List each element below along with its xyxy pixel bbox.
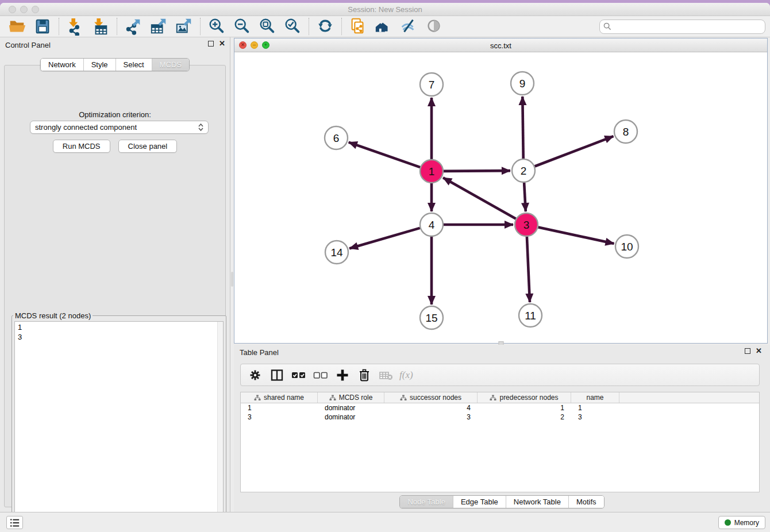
close-panel-icon[interactable]: ✕	[219, 41, 225, 47]
tab-select[interactable]: Select	[116, 59, 152, 71]
column-header-MCDS-role[interactable]: MCDS role	[318, 392, 384, 403]
zoom-selected-icon[interactable]	[280, 16, 305, 37]
mcds-panel: Optimization criterion: strongly connect…	[4, 65, 226, 507]
import-network-icon[interactable]	[63, 16, 88, 37]
edge-2-3[interactable]	[524, 183, 526, 211]
edge-1-6[interactable]	[349, 142, 420, 167]
close-table-panel-icon[interactable]: ✕	[756, 348, 762, 354]
float-panel-icon[interactable]	[208, 41, 214, 47]
tab-network[interactable]: Network	[41, 59, 83, 71]
table-row-1[interactable]: 1dominator411	[241, 403, 759, 413]
table-panel: Table Panel ✕ f(x) shared nameMCDS roles…	[234, 345, 770, 512]
network-view-titlebar[interactable]: ✕ – + scc.txt	[234, 38, 767, 52]
zoom-in-icon[interactable]	[204, 16, 229, 37]
close-panel-button[interactable]: Close panel	[118, 140, 178, 153]
node-10[interactable]: 10	[615, 235, 638, 258]
control-panel-title: Control Panel	[5, 41, 51, 49]
cell-shared-name[interactable]: 1	[241, 403, 318, 413]
optimization-criterion-select[interactable]: strongly connected component	[30, 121, 209, 134]
export-image-icon[interactable]	[171, 16, 197, 37]
node-1[interactable]: 1	[420, 160, 443, 183]
node-2[interactable]: 2	[512, 159, 535, 182]
zoom-out-icon[interactable]	[229, 16, 255, 37]
toolbar-group	[121, 16, 197, 37]
mcds-result-group: MCDS result (2 nodes) 1 3	[11, 311, 226, 532]
toolbar-separator	[59, 18, 59, 35]
first-neighbors-icon[interactable]	[371, 16, 396, 37]
tab-mcds[interactable]: MCDS	[152, 59, 189, 71]
open-session-icon[interactable]	[5, 16, 30, 37]
apply-layout-icon[interactable]	[313, 16, 338, 37]
edge-2-8[interactable]	[535, 136, 614, 166]
run-mcds-button[interactable]: Run MCDS	[53, 140, 110, 153]
edge-2-9[interactable]	[522, 97, 523, 159]
cell-successor-nodes[interactable]: 3	[384, 413, 478, 422]
tab-style[interactable]: Style	[83, 59, 116, 71]
select-all-icon[interactable]	[289, 367, 309, 384]
search-input[interactable]	[611, 22, 761, 31]
delete-table-icon	[376, 367, 396, 384]
export-table-icon[interactable]	[146, 16, 171, 37]
new-network-from-selection-icon[interactable]	[345, 16, 371, 37]
tab-network-table[interactable]: Network Table	[506, 496, 568, 508]
node-6[interactable]: 6	[325, 126, 348, 149]
column-header-predecessor-nodes[interactable]: predecessor nodes	[478, 392, 571, 403]
cell-name[interactable]: 3	[571, 413, 619, 422]
cell-shared-name[interactable]: 3	[241, 413, 318, 422]
cell-successor-nodes[interactable]: 4	[384, 403, 478, 413]
table-row-2[interactable]: 3dominator323	[241, 413, 759, 422]
tab-edge-table[interactable]: Edge Table	[453, 496, 506, 508]
svg-text:10: 10	[621, 241, 633, 253]
search-box[interactable]	[599, 20, 765, 34]
cell-MCDS-role[interactable]: dominator	[318, 413, 384, 422]
deselect-all-icon[interactable]	[311, 367, 330, 384]
cell-name[interactable]: 1	[571, 403, 619, 413]
search-icon	[603, 22, 611, 30]
column-header-shared-name[interactable]: shared name	[241, 392, 318, 403]
show-details-icon[interactable]	[421, 16, 446, 37]
table-settings-icon[interactable]	[245, 367, 265, 384]
table-panel-header: Table Panel ✕	[234, 345, 770, 358]
edge-3-11[interactable]	[527, 237, 530, 302]
export-network-icon[interactable]	[121, 16, 146, 37]
hide-selected-icon[interactable]	[396, 16, 421, 37]
column-header-name[interactable]: name	[571, 392, 619, 403]
mcds-result-scrollbar[interactable]	[217, 322, 223, 528]
cell-predecessor-nodes[interactable]: 1	[478, 403, 571, 413]
node-7[interactable]: 7	[420, 73, 443, 96]
node-14[interactable]: 14	[325, 241, 348, 264]
float-table-panel-icon[interactable]	[745, 348, 750, 354]
zoom-fit-icon[interactable]	[255, 16, 280, 37]
node-15[interactable]: 15	[420, 306, 443, 329]
panel-splitter-handle[interactable]	[231, 272, 233, 287]
add-row-icon[interactable]	[333, 367, 352, 384]
node-3[interactable]: 3	[515, 213, 538, 236]
toggle-columns-icon[interactable]	[267, 367, 287, 384]
edge-3-10[interactable]	[538, 227, 614, 244]
node-9[interactable]: 9	[511, 72, 534, 95]
network-canvas[interactable]: 7968124314101511	[234, 52, 767, 343]
delete-row-icon[interactable]	[355, 367, 374, 384]
save-session-icon[interactable]	[30, 16, 55, 37]
column-header-successor-nodes[interactable]: successor nodes	[384, 392, 478, 403]
edge-3-1[interactable]	[443, 178, 516, 218]
node-4[interactable]: 4	[420, 213, 443, 236]
node-8[interactable]: 8	[614, 120, 637, 143]
cell-predecessor-nodes[interactable]: 2	[478, 413, 571, 422]
toolbar-separator	[341, 18, 342, 35]
memory-button[interactable]: Memory	[718, 516, 765, 529]
toolbar-group	[345, 16, 446, 37]
cell-MCDS-role[interactable]: dominator	[318, 403, 384, 413]
function-builder-icon: f(x)	[398, 367, 418, 384]
svg-text:2: 2	[521, 165, 527, 177]
tab-node-table[interactable]: Node Table	[400, 496, 453, 508]
import-table-icon[interactable]	[88, 16, 113, 37]
svg-text:1: 1	[429, 165, 435, 178]
task-history-button[interactable]	[6, 516, 23, 529]
node-11[interactable]: 11	[519, 304, 542, 327]
edge-1-2[interactable]	[444, 171, 510, 171]
mcds-result-title: MCDS result (2 nodes)	[13, 311, 93, 320]
edge-4-14[interactable]	[349, 228, 420, 249]
tab-motifs[interactable]: Motifs	[568, 496, 604, 508]
svg-text:6: 6	[333, 132, 340, 144]
